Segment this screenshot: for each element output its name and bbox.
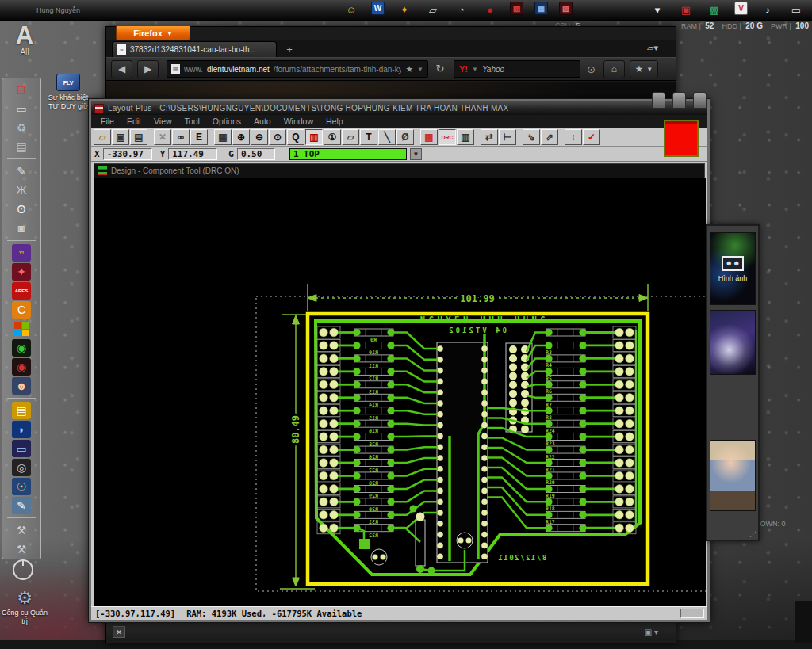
menu-help[interactable]: Help <box>320 116 350 126</box>
status-scrollbar[interactable] <box>680 609 704 618</box>
movie-reel-icon[interactable]: ◎ <box>12 459 31 476</box>
butterfly-icon[interactable]: Ж <box>12 181 31 199</box>
red-eye-icon[interactable]: ◉ <box>12 358 31 376</box>
lightbulb-icon[interactable]: ʘ <box>12 200 31 218</box>
left-row-R14[interactable]: R14 <box>317 391 438 408</box>
pcb-drawing[interactable]: 101.9980.49NGUYEN HUU HUNG04 VT21028/12/… <box>94 178 706 607</box>
reconnect-mode-button[interactable]: ▥ <box>457 129 474 145</box>
wrench-icon-2[interactable]: ⚒ <box>12 540 31 558</box>
library-manager-button[interactable]: ▤ <box>130 129 147 145</box>
left-row-R13[interactable]: R13 <box>317 379 438 395</box>
album-thumbnail[interactable]: ☻☻ Hình ảnh <box>710 232 756 305</box>
volume-icon[interactable]: ♪ <box>759 2 776 17</box>
bookmarks-folder-icon[interactable]: ▱▾ <box>647 43 658 53</box>
search-engine-dropdown-icon[interactable]: ▼ <box>472 66 478 73</box>
menu-edit[interactable]: Edit <box>121 116 147 126</box>
feather-pen-icon[interactable]: ✎ <box>12 162 31 180</box>
pin-tool-button[interactable]: ① <box>324 129 341 145</box>
connection-tool-button[interactable]: ╲ <box>378 129 396 145</box>
unicorn-photo-thumbnail[interactable] <box>710 310 756 375</box>
red-dot-icon[interactable]: ● <box>481 2 499 17</box>
component-tool-button[interactable]: ▥ <box>305 129 323 145</box>
red-swirl-icon[interactable]: ✦ <box>12 263 31 281</box>
url-bar[interactable]: ▦ www. dientuvietnam.net /forums/attachm… <box>167 60 428 78</box>
menu-view[interactable]: View <box>147 116 178 126</box>
home-button[interactable]: ⌂ <box>603 60 625 78</box>
error-marker-button[interactable]: ↕ <box>565 129 582 145</box>
right-row-R6[interactable]: R6 <box>527 379 636 395</box>
find-button[interactable]: ∞ <box>172 129 190 145</box>
menu-options[interactable]: Options <box>206 116 247 126</box>
grid-field[interactable]: 0.50 <box>237 148 275 160</box>
anime-avatar-icon[interactable]: ☻ <box>12 377 31 395</box>
orange-c-icon[interactable]: C <box>12 301 31 319</box>
desktop-logo[interactable]: A All <box>6 24 43 56</box>
photo-editor-icon[interactable]: ✎ <box>12 497 31 514</box>
bookmarks-button[interactable]: ★▼ <box>630 60 658 78</box>
display-icon[interactable]: ▭ <box>12 100 31 117</box>
photoshop-icon[interactable]: ▧ <box>559 2 573 15</box>
left-row-R15[interactable]: R15 <box>317 405 438 422</box>
text-tool-button[interactable]: T <box>360 129 377 145</box>
left-row-R16[interactable]: R16 <box>317 418 438 434</box>
back-button[interactable]: ◀ <box>111 60 132 78</box>
camera-icon[interactable]: ◙ <box>12 220 31 237</box>
close-icon[interactable]: ✕ <box>113 626 125 638</box>
left-row-R26[interactable]: R26 <box>317 444 438 460</box>
active-layer-select[interactable]: 1 TOP <box>289 148 407 160</box>
right-row-R5[interactable]: R5 <box>527 365 636 382</box>
boy-photo-thumbnail[interactable] <box>710 440 756 511</box>
photo-globe-icon[interactable]: ☉ <box>12 478 31 495</box>
show-hidden-icons[interactable]: ▾ <box>649 2 666 17</box>
folder-icon[interactable]: ▱ <box>424 2 442 17</box>
tray-red-icon[interactable]: ▣ <box>677 2 695 17</box>
query-button[interactable]: Q <box>287 129 304 145</box>
zoom-out-button[interactable]: ⊖ <box>251 129 268 145</box>
yahoo-messenger-icon[interactable]: Y! <box>12 244 31 262</box>
right-row-R8[interactable]: R8 <box>487 405 636 422</box>
spreadsheet-button[interactable]: ▦ <box>214 129 232 145</box>
open-design-button[interactable]: ▱ <box>94 129 111 145</box>
green-eye-icon[interactable]: ◉ <box>12 339 31 357</box>
red-app-icon[interactable]: ▨ <box>510 2 523 15</box>
documents-icon[interactable]: ▤ <box>12 138 31 155</box>
search-go-icon[interactable]: ⊙ <box>587 63 596 75</box>
reload-button[interactable]: ↻ <box>431 60 449 78</box>
gold-app-icon[interactable]: ✦ <box>396 2 413 17</box>
design-check-button[interactable]: ✓ <box>583 129 600 145</box>
obstacle-tool-button[interactable]: ▱ <box>342 129 359 145</box>
left-row-R25[interactable]: R25 <box>317 431 438 448</box>
zoom-in-button[interactable]: ⊕ <box>232 129 250 145</box>
antivirus-v-icon[interactable]: V <box>734 2 748 15</box>
smiley-icon[interactable]: ☺ <box>343 2 360 17</box>
forward-button[interactable]: ▶ <box>137 60 159 78</box>
pcb-canvas[interactable]: 101.9980.49NGUYEN HUU HUNG04 VT21028/12/… <box>94 178 706 606</box>
new-tab-button[interactable]: + <box>282 44 297 55</box>
x-coordinate-field[interactable]: -330.97 <box>103 148 152 160</box>
layer-color-swatch[interactable] <box>664 120 699 157</box>
bookmark-star-icon[interactable]: ★ <box>405 64 413 74</box>
layer-dropdown-icon[interactable]: ▼ <box>410 148 422 160</box>
firefox-tray-icon[interactable]: ◔ <box>453 2 470 17</box>
right-row-R4[interactable]: R4 <box>527 353 636 369</box>
window-tab[interactable] <box>652 92 665 109</box>
shove-track-button[interactable]: ⇄ <box>481 129 498 145</box>
right-row-R7[interactable]: R7 <box>527 391 636 408</box>
tray-color-icon[interactable]: ▩ <box>706 2 723 17</box>
zoom-window-button[interactable]: ⊙ <box>269 129 286 145</box>
ares-icon[interactable]: ARES <box>12 282 31 300</box>
windows-colors-icon[interactable] <box>12 320 31 338</box>
admin-tools-icon[interactable]: ⚙ Công cụ Quảntrị <box>0 588 49 626</box>
window-tab[interactable] <box>693 92 707 109</box>
recycle-bin-icon[interactable]: ♻ <box>12 119 31 136</box>
firefox-tab[interactable]: ≡ 37832d1324831041-cau-lac-bo-th... <box>112 41 277 57</box>
menu-auto[interactable]: Auto <box>247 116 278 126</box>
desktop-flv-file-icon[interactable]: FLV Sự khác biệtTƯ DUY giữ <box>48 74 89 112</box>
resize-grip[interactable]: ⋰ <box>749 530 756 538</box>
findbar-options-icon[interactable]: ▣ ▾ <box>645 628 658 636</box>
online-drc-button[interactable]: DRC <box>439 129 456 145</box>
central-ic[interactable] <box>437 334 488 563</box>
display-switch-icon[interactable]: ▭ <box>787 2 805 17</box>
save-design-button[interactable]: ▣ <box>112 129 129 145</box>
window-tab[interactable] <box>672 92 686 109</box>
